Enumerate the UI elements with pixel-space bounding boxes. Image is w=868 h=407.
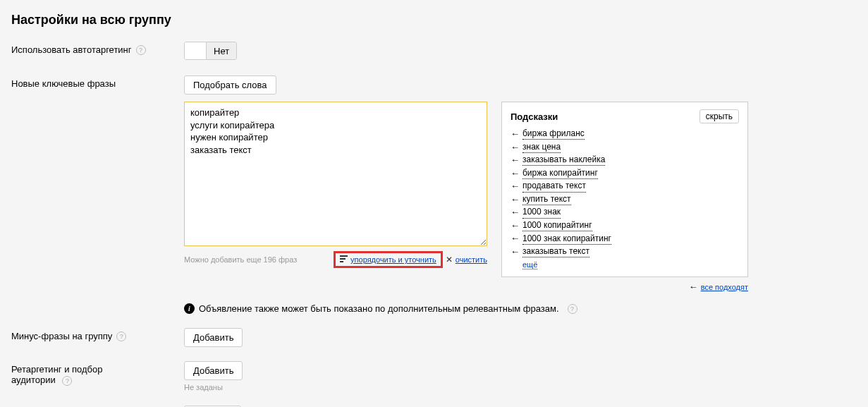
suggestion-item: ←биржа копирайтинг — [511, 167, 739, 180]
arrow-left-icon[interactable]: ← — [511, 128, 520, 140]
suggestion-item: ←1000 знак копирайтинг — [511, 232, 739, 245]
suggestion-item: ←продавать текст — [511, 180, 739, 193]
close-icon: ✕ — [446, 255, 453, 265]
suggestion-item: ←заказывать наклейка — [511, 154, 739, 166]
suggestion-item: ←1000 копирайтинг — [511, 219, 739, 232]
arrow-left-icon[interactable]: ← — [511, 232, 520, 245]
arrow-left-icon[interactable]: ← — [511, 219, 520, 232]
arrow-left-icon[interactable]: ← — [511, 180, 520, 193]
arrow-left-icon[interactable]: ← — [511, 193, 520, 206]
retargeting-label: Ретаргетинг и подбор — [11, 364, 103, 375]
page-title: Настройки на всю группу — [11, 0, 857, 42]
remaining-hint: Можно добавить еще 196 фраз — [184, 255, 297, 264]
arrow-left-icon[interactable]: ← — [511, 206, 520, 219]
retargeting-hint: Не заданы — [184, 383, 857, 391]
suggestions-title: Подсказки — [511, 111, 558, 122]
suggestion-link[interactable]: 1000 знак — [522, 206, 561, 218]
suggestion-item: ←купить текст — [511, 193, 739, 206]
suggestion-link[interactable]: 1000 знак копирайтинг — [522, 233, 611, 245]
help-icon[interactable]: ? — [568, 304, 577, 314]
toggle-value: Нет — [214, 46, 229, 56]
arrow-left-icon: ← — [689, 281, 698, 292]
suggestion-link[interactable]: заказывать наклейка — [522, 154, 605, 166]
arrow-left-icon[interactable]: ← — [511, 141, 520, 154]
suggestion-link[interactable]: заказывать текст — [522, 245, 589, 257]
keywords-textarea[interactable] — [184, 102, 487, 246]
help-icon[interactable]: ? — [116, 332, 126, 341]
autotargeting-label: Использовать автотаргетинг — [11, 44, 132, 55]
help-icon[interactable]: ? — [136, 45, 146, 55]
sort-icon — [340, 255, 348, 264]
arrow-left-icon[interactable]: ← — [511, 167, 520, 180]
suggestion-link[interactable]: знак цена — [522, 141, 561, 153]
keywords-label: Новые ключевые фразы — [11, 78, 116, 89]
suggestion-item: ←заказывать текст — [511, 245, 739, 258]
pick-words-button[interactable]: Подобрать слова — [184, 75, 276, 95]
suggestion-item: ←знак цена — [511, 141, 739, 154]
suggestions-panel: Подсказки скрыть ←биржа фриланс←знак цен… — [501, 102, 748, 277]
suggestion-link[interactable]: купить текст — [522, 193, 571, 205]
retargeting-add-button[interactable]: Добавить — [184, 361, 243, 380]
suggestion-link[interactable]: биржа копирайтинг — [522, 167, 598, 179]
sort-refine-link[interactable]: упорядочить и уточнить — [350, 255, 436, 264]
all-fit-link[interactable]: все подходят — [701, 283, 748, 291]
suggestion-link[interactable]: биржа фриланс — [522, 128, 585, 140]
clear-link[interactable]: очистить — [456, 255, 487, 264]
help-icon[interactable]: ? — [62, 376, 72, 386]
info-icon: i — [184, 303, 195, 314]
minus-phrases-label: Минус-фразы на группу — [11, 331, 112, 341]
retargeting-label-2: аудитории — [11, 375, 56, 385]
suggestion-link[interactable]: продавать текст — [522, 180, 586, 192]
suggestion-link[interactable]: 1000 копирайтинг — [522, 219, 592, 231]
info-note: Объявление также может быть показано по … — [199, 303, 559, 314]
suggestion-item: ←биржа фриланс — [511, 128, 739, 140]
hide-suggestions-button[interactable]: скрыть — [699, 109, 739, 123]
autotargeting-toggle[interactable]: Нет — [184, 42, 237, 60]
suggestions-more-link[interactable]: ещё — [522, 260, 537, 269]
highlight-box: упорядочить и уточнить — [334, 251, 443, 268]
arrow-left-icon[interactable]: ← — [511, 245, 520, 258]
suggestion-item: ←1000 знак — [511, 206, 739, 219]
arrow-left-icon[interactable]: ← — [511, 154, 520, 166]
minus-add-button[interactable]: Добавить — [184, 328, 243, 347]
